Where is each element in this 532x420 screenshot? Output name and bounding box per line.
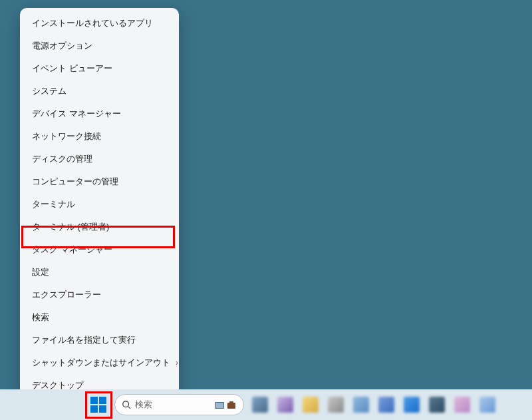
menu-item-terminal[interactable]: ターミナル: [20, 193, 179, 216]
menu-item-event-viewer[interactable]: イベント ビューアー: [20, 57, 179, 80]
svg-rect-4: [227, 403, 235, 409]
taskbar: 検索: [0, 389, 532, 420]
windows-logo-icon: [90, 397, 106, 413]
menu-label: シャットダウンまたはサインアウト: [32, 357, 170, 369]
svg-rect-5: [229, 401, 233, 403]
menu-label: システム: [32, 85, 66, 97]
menu-item-shutdown-signout[interactable]: シャットダウンまたはサインアウト ›: [20, 351, 179, 374]
menu-label: デバイス マネージャー: [32, 108, 121, 120]
taskbar-app-10[interactable]: [477, 394, 498, 415]
menu-item-system[interactable]: システム: [20, 80, 179, 103]
menu-item-computer-management[interactable]: コンピューターの管理: [20, 170, 179, 193]
menu-label: タスク マネージャー: [32, 244, 112, 256]
menu-item-device-manager[interactable]: デバイス マネージャー: [20, 103, 179, 125]
menu-item-task-manager[interactable]: タスク マネージャー: [20, 238, 179, 261]
search-suggestion-icons: [214, 399, 237, 410]
menu-item-search[interactable]: 検索: [20, 306, 179, 329]
taskbar-app-3[interactable]: [300, 394, 321, 415]
menu-label: ターミナル: [32, 198, 75, 210]
taskbar-app-5[interactable]: [350, 394, 372, 415]
svg-line-1: [128, 407, 131, 409]
menu-label: エクスプローラー: [32, 289, 101, 301]
menu-item-terminal-admin[interactable]: ターミナル (管理者): [20, 216, 179, 238]
menu-item-settings[interactable]: 設定: [20, 261, 179, 284]
search-icon: [122, 400, 131, 409]
svg-rect-3: [215, 403, 223, 408]
search-placeholder: 検索: [135, 399, 210, 411]
menu-label: ターミナル (管理者): [32, 221, 109, 233]
taskbar-app-7[interactable]: [401, 394, 422, 415]
menu-label: 設定: [32, 266, 49, 278]
taskbar-app-8[interactable]: [426, 394, 448, 415]
menu-label: コンピューターの管理: [32, 176, 118, 188]
menu-label: ネットワーク接続: [32, 130, 101, 142]
taskbar-app-1[interactable]: [249, 394, 271, 415]
menu-label: ファイル名を指定して実行: [32, 334, 136, 346]
winx-context-menu: インストールされているアプリ 電源オプション イベント ビューアー システム デ…: [20, 8, 179, 401]
menu-item-network-connections[interactable]: ネットワーク接続: [20, 125, 179, 148]
taskbar-app-2[interactable]: [275, 394, 296, 415]
taskbar-app-4[interactable]: [325, 394, 346, 415]
menu-label: 電源オプション: [32, 40, 92, 52]
menu-item-run[interactable]: ファイル名を指定して実行: [20, 329, 179, 351]
svg-point-0: [123, 401, 129, 407]
chevron-right-icon: ›: [176, 358, 178, 367]
menu-label: ディスクの管理: [32, 153, 92, 165]
taskbar-app-6[interactable]: [376, 394, 397, 415]
menu-label: インストールされているアプリ: [32, 17, 153, 29]
menu-item-explorer[interactable]: エクスプローラー: [20, 284, 179, 306]
start-button[interactable]: [88, 394, 109, 415]
menu-label: イベント ビューアー: [32, 63, 112, 75]
taskbar-app-9[interactable]: [452, 394, 473, 415]
taskbar-search[interactable]: 検索: [114, 394, 244, 415]
menu-item-installed-apps[interactable]: インストールされているアプリ: [20, 12, 179, 35]
menu-item-power-options[interactable]: 電源オプション: [20, 35, 179, 57]
menu-item-disk-management[interactable]: ディスクの管理: [20, 148, 179, 170]
menu-label: 検索: [32, 312, 49, 323]
